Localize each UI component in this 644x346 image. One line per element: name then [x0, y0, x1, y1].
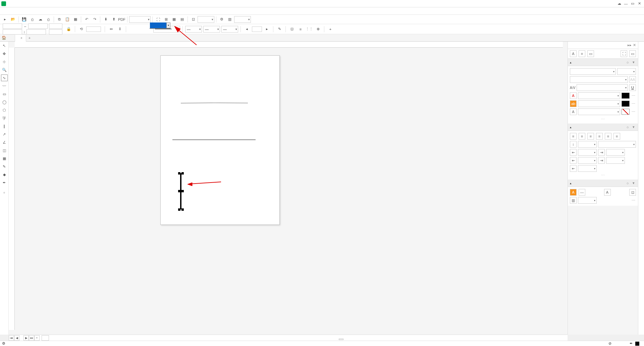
start-combo[interactable]: [234, 16, 251, 23]
page-last-button[interactable]: ⏭: [29, 335, 34, 341]
linespace-input[interactable]: [578, 141, 597, 148]
close-button[interactable]: ✕: [636, 1, 643, 7]
order-button[interactable]: ⊕: [314, 26, 322, 33]
end-arrow-combo[interactable]: —: [221, 26, 238, 33]
h-input[interactable]: [26, 29, 46, 35]
mid-arrow-combo[interactable]: —: [203, 26, 220, 33]
minimize-button[interactable]: —: [623, 1, 629, 7]
fill-combo[interactable]: [578, 92, 620, 99]
polygon-tool[interactable]: ⬠: [1, 107, 8, 113]
align-button[interactable]: ≡: [297, 26, 304, 33]
frame-opt1-button[interactable]: A: [604, 189, 611, 196]
selection-handle[interactable]: [181, 172, 184, 175]
fullscreen-button[interactable]: ⛶: [154, 16, 162, 23]
add-tab-button[interactable]: +: [26, 36, 33, 40]
mirror-h-button[interactable]: ⇔: [107, 26, 115, 33]
saveas-button[interactable]: ⎙: [29, 16, 36, 23]
layout-button[interactable]: ▥: [226, 16, 233, 23]
indent-b2-input[interactable]: [606, 157, 625, 164]
mirror-v-button[interactable]: ⇕: [116, 26, 123, 33]
parallel-tool[interactable]: ∥: [1, 123, 8, 130]
docker-collapse-icon[interactable]: ▸▸: [628, 43, 632, 47]
align-right-button[interactable]: ≡: [587, 133, 594, 140]
outline-width-dropdown-button[interactable]: ▾: [166, 22, 170, 28]
bg-swatch[interactable]: [622, 101, 630, 107]
wrap-button[interactable]: ⊡: [288, 26, 296, 33]
crop-tool[interactable]: ⊹: [1, 58, 8, 65]
section-more-icon[interactable]: ▾: [631, 60, 636, 64]
outline-width-dropdown[interactable]: [150, 28, 171, 29]
weight-combo[interactable]: [570, 76, 628, 83]
ext-input[interactable]: [252, 27, 262, 32]
fill-none-icon[interactable]: ⊘: [608, 341, 611, 346]
sx-input[interactable]: [49, 23, 62, 29]
selection-handle[interactable]: [178, 172, 180, 175]
artistic-tool[interactable]: 〰: [1, 83, 8, 89]
grid-button[interactable]: ⊞: [162, 16, 170, 23]
lock-ratio-button[interactable]: 🔒: [65, 26, 72, 33]
print-button[interactable]: ⎙: [45, 16, 52, 23]
guides-button[interactable]: ▦: [170, 16, 178, 23]
selection-handle[interactable]: [181, 208, 184, 211]
sp-input[interactable]: [578, 165, 597, 172]
clipboard-button[interactable]: ▦: [72, 16, 79, 23]
copy-button[interactable]: ⧉: [56, 16, 63, 23]
section-expand-icon[interactable]: ⋯: [570, 173, 636, 178]
fill-tool[interactable]: ◆: [1, 171, 8, 178]
zoom-tool[interactable]: 🔍: [1, 66, 8, 73]
page-first-button[interactable]: ⏮: [9, 335, 14, 341]
tab-close-icon[interactable]: ×: [20, 36, 22, 40]
align-justify-button[interactable]: ≡: [596, 133, 603, 140]
page-next-button[interactable]: ▶: [23, 335, 29, 341]
ext-inc-button[interactable]: ▸: [263, 26, 271, 33]
indent-b-input[interactable]: [578, 157, 597, 164]
x-input[interactable]: [3, 23, 22, 29]
indent-l-input[interactable]: [578, 149, 597, 156]
variant-icon[interactable]: AA: [629, 76, 636, 83]
undo-button[interactable]: ↶: [83, 16, 90, 23]
rectangle-tool[interactable]: ▭: [1, 91, 8, 97]
cloud-save-button[interactable]: ☁: [37, 16, 44, 23]
page-tab[interactable]: [42, 335, 49, 341]
kerning-combo[interactable]: [577, 84, 628, 91]
pick-tool[interactable]: ↖: [1, 42, 8, 49]
shape-tool[interactable]: ✥: [1, 50, 8, 57]
snap-combo[interactable]: [198, 16, 214, 23]
selection-handle[interactable]: [181, 190, 184, 192]
new-button[interactable]: ▸: [1, 16, 9, 23]
eyedropper-tool[interactable]: ✎: [1, 163, 8, 170]
linespace-unit[interactable]: [598, 141, 636, 148]
ime-indicator[interactable]: [339, 339, 343, 340]
cols-input[interactable]: [578, 197, 597, 204]
size-combo[interactable]: [617, 68, 636, 75]
outline-pen-icon[interactable]: ✒: [630, 341, 633, 346]
options-icon[interactable]: ▭: [629, 50, 636, 57]
cols-more-icon[interactable]: ⋯: [631, 198, 636, 203]
save-button[interactable]: 💾: [20, 16, 28, 23]
ext-dec-button[interactable]: ◂: [243, 26, 251, 33]
indent-r-input[interactable]: [606, 149, 625, 156]
dimension-tool[interactable]: ↗: [1, 131, 8, 138]
transparency-tool[interactable]: ▦: [1, 155, 8, 162]
canvas[interactable]: [15, 48, 563, 330]
add-prop-button[interactable]: +: [327, 26, 334, 33]
align-full-button[interactable]: ≡: [605, 133, 611, 140]
maximize-button[interactable]: ▭: [629, 1, 636, 7]
cloud-icon[interactable]: ☁: [616, 1, 623, 7]
expand-icon[interactable]: ⛶: [621, 50, 627, 57]
frame-tab-icon[interactable]: ▭: [587, 50, 594, 57]
distribute-button[interactable]: ⋮⋮: [306, 26, 313, 33]
outline-swatch[interactable]: [622, 109, 630, 115]
underline-button[interactable]: U: [629, 84, 636, 91]
docker-close-icon[interactable]: ✕: [633, 43, 636, 47]
outline-tool[interactable]: ✒: [1, 179, 8, 186]
fill-swatch[interactable]: [622, 93, 630, 99]
pdf-button[interactable]: PDF: [118, 16, 125, 23]
text-tool[interactable]: 字: [1, 115, 8, 121]
connector-tool[interactable]: ∠: [1, 139, 8, 146]
section-opts-icon[interactable]: ○: [625, 60, 630, 64]
page-add-button[interactable]: +: [34, 335, 40, 341]
freehand-tool[interactable]: ∿: [1, 75, 8, 81]
paste-button[interactable]: 📋: [64, 16, 71, 23]
outline-color-swatch[interactable]: [635, 342, 639, 346]
